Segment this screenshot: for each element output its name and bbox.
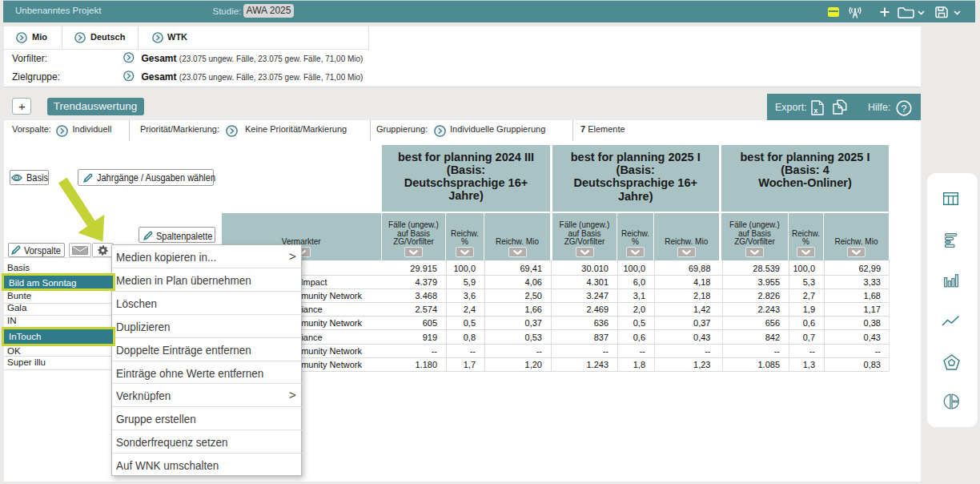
svg-text:x: x	[813, 107, 817, 115]
svg-text:?: ?	[902, 103, 907, 114]
